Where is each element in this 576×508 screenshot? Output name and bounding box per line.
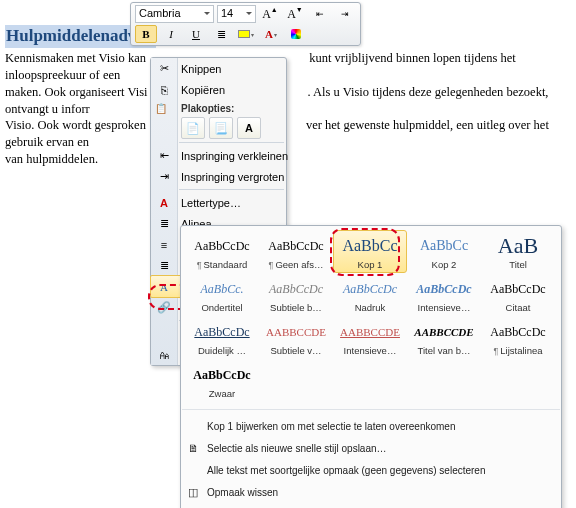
style-preview: AaBbCc bbox=[336, 235, 404, 257]
style-preview: AaBbCc. bbox=[188, 278, 256, 300]
styles-gallery-flyout: AaBbCcDc¶StandaardAaBbCcDc¶Geen afs…AaBb… bbox=[180, 225, 562, 508]
doc-text: van hulpmiddelen. bbox=[5, 152, 98, 166]
pilcrow-icon: ¶ bbox=[269, 260, 274, 270]
italic-button[interactable]: I bbox=[160, 25, 182, 43]
hyperlink-icon: 🔗 bbox=[155, 301, 173, 314]
paste-options-label: 📋Plakopties: bbox=[151, 100, 286, 116]
menu-item-font[interactable]: ALettertype… bbox=[151, 192, 286, 213]
center-align-button[interactable]: ≣ bbox=[210, 25, 232, 43]
highlight-button[interactable]: ▾ bbox=[235, 25, 257, 43]
style-name: Zwaar bbox=[188, 388, 256, 399]
grow-font-button[interactable]: A▲ bbox=[259, 5, 281, 23]
style-card[interactable]: AaBbCcDc¶Lijstalinea bbox=[481, 316, 555, 359]
style-name: Ondertitel bbox=[188, 302, 256, 313]
indent-icon: ⇥ bbox=[155, 170, 173, 183]
style-name: Subtiele b… bbox=[262, 302, 330, 313]
style-card[interactable]: AaBbCcDcIntensieve… bbox=[407, 273, 481, 316]
style-preview: AaBbCcDc bbox=[262, 235, 330, 257]
style-card[interactable]: AaBbCcDcNadruk bbox=[333, 273, 407, 316]
style-name: Nadruk bbox=[336, 302, 404, 313]
style-name: Subtiele v… bbox=[262, 345, 330, 356]
style-card[interactable]: AaBbCcDc¶Geen afs… bbox=[259, 230, 333, 273]
paragraph-icon: ≣ bbox=[155, 217, 173, 230]
paste-text-only-button[interactable]: A bbox=[237, 117, 261, 139]
style-card[interactable]: AABBCCDEIntensieve… bbox=[333, 316, 407, 359]
menu-item-outdent[interactable]: ⇤Inspringing verkleinen bbox=[151, 145, 286, 166]
style-card[interactable]: AaBbCcDcSubtiele b… bbox=[259, 273, 333, 316]
pilcrow-icon: ¶ bbox=[197, 260, 202, 270]
style-preview: AaBbCcDc bbox=[336, 278, 404, 300]
style-card[interactable]: AaBTitel bbox=[481, 230, 555, 273]
doc-text: Kennismaken met Visio kan bbox=[5, 51, 146, 65]
select-similar-text[interactable]: Alle tekst met soortgelijke opmaak (geen… bbox=[184, 459, 558, 481]
styles-icon: A bbox=[155, 281, 173, 293]
style-name: Kop 1 bbox=[336, 259, 404, 270]
translate-icon: 🗛 bbox=[155, 349, 173, 361]
eraser-icon: ◫ bbox=[188, 486, 198, 499]
clear-formatting[interactable]: ◫Opmaak wissen bbox=[184, 481, 558, 503]
style-preview: AaBbCcDc bbox=[484, 321, 552, 343]
style-preview: AABBCCDE bbox=[410, 321, 478, 343]
style-preview: AaBbCcDc bbox=[188, 364, 256, 386]
update-style-to-match[interactable]: Kop 1 bijwerken om met selectie te laten… bbox=[184, 415, 558, 437]
style-preview: AaBbCc bbox=[410, 235, 478, 257]
style-name: Citaat bbox=[484, 302, 552, 313]
clipboard-icon: 📋 bbox=[155, 103, 167, 114]
save-style-icon: 🗎 bbox=[188, 442, 199, 454]
paste-merge-button[interactable]: 📃 bbox=[209, 117, 233, 139]
style-card[interactable]: AaBbCcDc¶Standaard bbox=[185, 230, 259, 273]
scissors-icon: ✂ bbox=[155, 62, 173, 75]
menu-item-indent[interactable]: ⇥Inspringing vergroten bbox=[151, 166, 286, 187]
underline-button[interactable]: U bbox=[185, 25, 207, 43]
format-painter-button[interactable] bbox=[285, 25, 307, 43]
font-family-select[interactable]: Cambria bbox=[135, 5, 214, 23]
style-preview: AaBbCcDc bbox=[188, 321, 256, 343]
mini-toolbar: Cambria 14 A▲ A▼ ⇤ ⇥ B I U ≣ ▾ A▾ bbox=[130, 2, 361, 46]
style-name: ¶Standaard bbox=[188, 259, 256, 270]
style-preview: AaBbCcDc bbox=[188, 235, 256, 257]
style-card[interactable]: AaBbCcDcCitaat bbox=[481, 273, 555, 316]
copy-icon: ⎘ bbox=[155, 84, 173, 96]
font-size-select[interactable]: 14 bbox=[217, 5, 256, 23]
menu-item-cut[interactable]: ✂Knippen bbox=[151, 58, 286, 79]
doc-text: maken. Ook organiseert Visi bbox=[5, 85, 148, 99]
style-preview: AaBbCcDc bbox=[262, 278, 330, 300]
bold-button[interactable]: B bbox=[135, 25, 157, 43]
menu-item-copy[interactable]: ⎘Kopiëren bbox=[151, 79, 286, 100]
increase-indent-button[interactable]: ⇥ bbox=[334, 5, 356, 23]
decrease-indent-button[interactable]: ⇤ bbox=[309, 5, 331, 23]
style-preview: AaB bbox=[484, 235, 552, 257]
numbering-icon: ≣ bbox=[155, 259, 173, 272]
style-card[interactable]: AaBbCcDcZwaar bbox=[185, 359, 259, 402]
style-card[interactable]: AaBbCcKop 2 bbox=[407, 230, 481, 273]
bullets-icon: ≡ bbox=[155, 239, 173, 251]
style-name: Intensieve… bbox=[410, 302, 478, 313]
style-card[interactable]: AABBCCDETitel van b… bbox=[407, 316, 481, 359]
style-card[interactable]: AaBbCcDcDuidelijk … bbox=[185, 316, 259, 359]
shrink-font-button[interactable]: A▼ bbox=[284, 5, 306, 23]
apply-styles[interactable]: 𝐴Stijlen toepassen… bbox=[184, 503, 558, 508]
style-name: Duidelijk … bbox=[188, 345, 256, 356]
pilcrow-icon: ¶ bbox=[493, 346, 498, 356]
doc-text: Visio. Ook wordt gesproken bbox=[5, 118, 146, 132]
style-card[interactable]: AaBbCcKop 1 bbox=[333, 230, 407, 273]
save-as-new-quick-style[interactable]: 🗎Selectie als nieuwe snelle stijl opslaa… bbox=[184, 437, 558, 459]
document-body: Hulpmiddelenadvies Kennismaken met Visio… bbox=[5, 25, 571, 168]
style-name: Titel bbox=[484, 259, 552, 270]
font-icon: A bbox=[155, 197, 173, 209]
style-preview: AaBbCcDc bbox=[410, 278, 478, 300]
style-name: ¶Lijstalinea bbox=[484, 345, 552, 356]
style-card[interactable]: AABBCCDESubtiele v… bbox=[259, 316, 333, 359]
outdent-icon: ⇤ bbox=[155, 149, 173, 162]
style-preview: AaBbCcDc bbox=[484, 278, 552, 300]
paste-keep-formatting-button[interactable]: 📄 bbox=[181, 117, 205, 139]
style-card[interactable]: AaBbCc.Ondertitel bbox=[185, 273, 259, 316]
style-name: Intensieve… bbox=[336, 345, 404, 356]
style-name: Titel van b… bbox=[410, 345, 478, 356]
font-color-button[interactable]: A▾ bbox=[260, 25, 282, 43]
style-preview: AABBCCDE bbox=[336, 321, 404, 343]
style-preview: AABBCCDE bbox=[262, 321, 330, 343]
style-name: Kop 2 bbox=[410, 259, 478, 270]
style-name: ¶Geen afs… bbox=[262, 259, 330, 270]
